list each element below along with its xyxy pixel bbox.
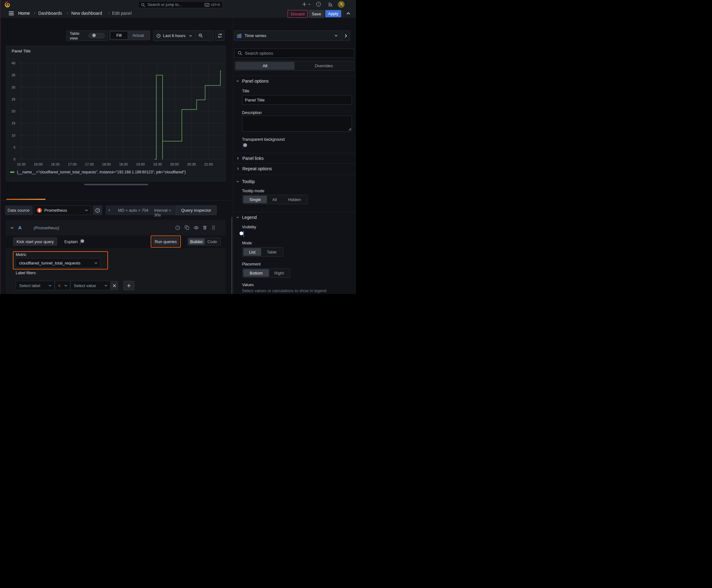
resize-handle-icon[interactable] <box>348 128 351 131</box>
query-row-header[interactable]: A (Prometheus) ? <box>6 220 226 236</box>
builder-option[interactable]: Builder <box>188 238 205 245</box>
question-circle-icon: ? <box>175 225 180 230</box>
chevron-down-icon[interactable] <box>10 226 14 230</box>
section-divider <box>233 76 356 76</box>
options-search[interactable] <box>235 48 354 58</box>
duplicate-query-button[interactable] <box>185 225 189 230</box>
max-data-points-stat: MD = auto = 704 <box>118 208 149 213</box>
news-rss-button[interactable] <box>328 2 333 7</box>
query-ref-id[interactable]: A <box>18 225 22 230</box>
legend-mode-list-option[interactable]: List <box>243 248 261 256</box>
refresh-button[interactable] <box>215 30 224 41</box>
fill-option[interactable]: Fill <box>110 32 127 39</box>
pane-splitter-handle[interactable] <box>84 184 148 185</box>
datasource-picker[interactable]: Prometheus <box>34 205 91 215</box>
transparent-background-switch[interactable] <box>243 143 243 149</box>
table-view-toggle[interactable]: Table view <box>66 30 108 41</box>
zoom-out-button[interactable] <box>196 33 206 38</box>
drag-handle-icon[interactable] <box>211 225 216 230</box>
tooltip-section-header[interactable]: Tooltip <box>236 179 255 184</box>
add-filter-button[interactable] <box>123 281 134 290</box>
svg-text:?: ? <box>97 209 99 212</box>
select-label-placeholder: Select label <box>19 283 48 288</box>
help-button[interactable]: ? <box>316 2 321 7</box>
kick-start-query-button[interactable]: Kick start your query <box>13 237 57 246</box>
chevron-down-icon <box>236 180 239 183</box>
svg-text:15:30: 15:30 <box>17 162 26 166</box>
avatar[interactable] <box>338 1 345 8</box>
placement-bottom-option[interactable]: Bottom <box>243 269 269 277</box>
explain-label: Explain <box>64 239 78 244</box>
discard-button[interactable]: Discard <box>287 10 308 18</box>
section-divider <box>233 163 356 164</box>
explain-switch[interactable] <box>80 239 81 245</box>
panel-title-input[interactable] <box>242 95 352 105</box>
svg-text:16:30: 16:30 <box>51 162 60 166</box>
query-options-summary[interactable]: MD = auto = 704 Interval = 30s <box>106 205 176 215</box>
legend-values-label: Values <box>242 283 254 287</box>
legend-section-header[interactable]: Legend <box>236 215 257 220</box>
metric-field-label: Metric <box>16 253 26 257</box>
query-inspector-button[interactable]: Query inspector <box>176 205 217 215</box>
svg-text:35: 35 <box>12 73 15 77</box>
tooltip-hidden-option[interactable]: Hidden <box>282 196 307 203</box>
menu-toggle-button[interactable] <box>9 11 14 15</box>
grafana-edit-panel-screen: ctrl+k ? Home Dashboards New dashboard E… <box>0 0 356 294</box>
chevron-down-icon <box>104 284 108 288</box>
query-editor-body: Metric cloudflared_tunnel_total_requests… <box>6 248 226 294</box>
global-search[interactable]: ctrl+k <box>138 1 223 8</box>
chevron-right-icon <box>344 34 348 38</box>
code-option[interactable]: Code <box>205 238 220 245</box>
visualization-picker[interactable]: Time series <box>234 30 341 41</box>
placement-right-option[interactable]: Right <box>269 269 289 277</box>
chart-legend[interactable]: {__name__="cloudflared_tunnel_total_requ… <box>10 170 186 174</box>
run-queries-button[interactable]: Run queries <box>153 237 179 246</box>
legend-series-label[interactable]: {__name__="cloudflared_tunnel_total_requ… <box>17 170 186 174</box>
search-input[interactable] <box>147 2 205 7</box>
grafana-logo-icon[interactable] <box>4 1 10 7</box>
new-menu-button[interactable] <box>302 2 311 6</box>
datasource-help-button[interactable]: ? <box>93 205 102 215</box>
remove-filter-button[interactable] <box>110 281 118 290</box>
legend-visibility-switch[interactable] <box>243 231 244 237</box>
tooltip-title: Tooltip <box>242 179 255 184</box>
options-search-input[interactable] <box>244 50 354 56</box>
delete-query-button[interactable] <box>202 225 207 230</box>
metric-select[interactable]: cloudflared_tunnel_total_requests <box>16 258 101 268</box>
section-divider <box>233 212 356 212</box>
toggle-visibility-button[interactable] <box>194 225 199 230</box>
time-range-picker[interactable]: Last 6 hours <box>153 30 214 41</box>
description-field-label: Description <box>242 110 262 115</box>
panel-links-section-header[interactable]: Panel links <box>236 156 264 161</box>
question-circle-icon: ? <box>95 208 100 213</box>
chevron-right-icon <box>236 157 239 160</box>
repeat-options-section-header[interactable]: Repeat options <box>236 166 272 171</box>
breadcrumb-divider <box>343 10 344 17</box>
scrollbar-thumb[interactable] <box>231 217 232 294</box>
breadcrumb-dashboards[interactable]: Dashboards <box>38 11 62 16</box>
select-label-dropdown[interactable]: Select label <box>16 281 55 290</box>
tooltip-all-option[interactable]: All <box>267 196 282 203</box>
actual-option[interactable]: Actual <box>127 32 149 39</box>
apply-button[interactable]: Apply <box>325 10 341 17</box>
operator-dropdown[interactable]: = <box>55 281 70 290</box>
panel-options-section-header[interactable]: Panel options <box>236 79 269 84</box>
breadcrumb-new-dashboard[interactable]: New dashboard <box>71 11 102 16</box>
description-textarea[interactable] <box>242 115 352 132</box>
select-value-dropdown[interactable]: Select value <box>70 281 110 290</box>
chevron-down-icon <box>85 209 88 212</box>
query-help-button[interactable]: ? <box>175 225 180 230</box>
close-options-pane-button[interactable] <box>342 30 350 41</box>
legend-mode-table-option[interactable]: Table <box>261 248 282 256</box>
collapse-controls-button[interactable] <box>346 11 350 15</box>
options-overrides-tab[interactable]: Overrides <box>295 62 353 70</box>
tooltip-single-option[interactable]: Single <box>243 196 267 203</box>
options-all-tab[interactable]: All <box>235 62 295 70</box>
chevron-down-icon <box>236 80 239 83</box>
save-button[interactable]: Save <box>309 10 324 18</box>
sidebar-divider <box>233 18 233 294</box>
breadcrumb-home[interactable]: Home <box>18 11 30 16</box>
chart-panel[interactable]: Panel Title 051015202530354015:3016:0016… <box>6 45 226 182</box>
table-view-switch[interactable] <box>88 33 105 38</box>
svg-text:5: 5 <box>14 145 15 149</box>
